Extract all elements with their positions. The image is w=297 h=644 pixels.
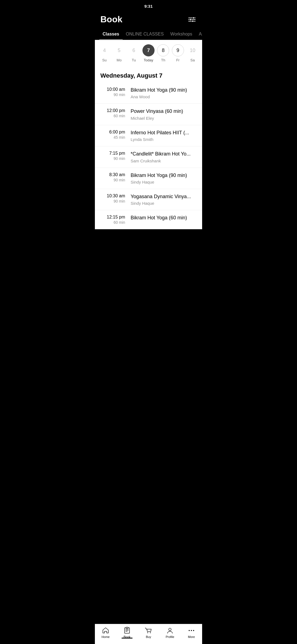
class-time-3: 7:15 pm 90 min <box>100 151 131 161</box>
class-item-5[interactable]: 10:30 am 90 min Yogasana Dynamic Vinya..… <box>95 189 202 210</box>
page-title: Book <box>100 14 122 24</box>
class-info-6: Bikram Hot Yoga (60 min) <box>131 215 197 222</box>
day-number-10: 10 <box>186 44 199 56</box>
class-item-1[interactable]: 12:00 pm 60 min Power Vinyasa (60 min) M… <box>95 104 202 125</box>
class-item-0[interactable]: 10:00 am 90 min Bikram Hot Yoga (90 min)… <box>95 83 202 104</box>
header: Book <box>95 12 202 29</box>
day-number-4: 4 <box>98 44 111 56</box>
day-number-9: 9 <box>172 44 184 56</box>
class-item-6[interactable]: 12:15 pm 60 min Bikram Hot Yoga (60 min) <box>95 210 202 229</box>
day-label-5: Mo <box>117 58 122 62</box>
class-list: 10:00 am 90 min Bikram Hot Yoga (90 min)… <box>95 83 202 229</box>
day-9[interactable]: 9 Fr <box>171 44 185 62</box>
calendar-days: 4 Su 5 Mo 6 Tu 7 Today 8 Th 9 Fr <box>97 44 200 62</box>
day-5[interactable]: 5 Mo <box>112 44 126 62</box>
class-info-0: Bikram Hot Yoga (90 min) Ana Wood <box>131 87 197 99</box>
filter-icon <box>188 17 196 22</box>
day-label-10: Sa <box>190 58 195 62</box>
nav-tabs: Classes ONLINE CLASSES Workshops Appoint… <box>95 29 202 40</box>
day-7-today[interactable]: 7 Today <box>142 44 155 62</box>
class-time-0: 10:00 am 90 min <box>100 87 131 97</box>
tab-classes[interactable]: Classes <box>99 29 123 40</box>
day-label-9: Fr <box>176 58 180 62</box>
class-time-1: 12:00 pm 60 min <box>100 108 131 118</box>
day-8[interactable]: 8 Th <box>156 44 170 62</box>
day-label-8: Th <box>161 58 165 62</box>
tab-workshops[interactable]: Workshops <box>167 29 196 40</box>
class-info-1: Power Vinyasa (60 min) Michael Eley <box>131 108 197 120</box>
status-bar: 9:31 <box>95 0 202 12</box>
day-number-8: 8 <box>157 44 169 56</box>
svg-point-1 <box>193 17 194 19</box>
class-time-5: 10:30 am 90 min <box>100 193 131 203</box>
day-4[interactable]: 4 Su <box>98 44 111 62</box>
filter-button[interactable] <box>187 16 197 23</box>
day-6[interactable]: 6 Tu <box>127 44 141 62</box>
class-time-2: 6:00 pm 45 min <box>100 130 131 140</box>
tab-online-classes[interactable]: ONLINE CLASSES <box>123 29 167 40</box>
day-label-6: Tu <box>132 58 136 62</box>
content-wrapper: 4 Su 5 Mo 6 Tu 7 Today 8 Th 9 Fr <box>95 40 202 251</box>
svg-point-5 <box>192 20 194 22</box>
class-info-5: Yogasana Dynamic Vinya... Sindy Haque <box>131 193 197 206</box>
class-item-3[interactable]: 7:15 pm 90 min *Candlelit* Bikram Hot Yo… <box>95 146 202 168</box>
day-label-4: Su <box>102 58 107 62</box>
class-time-6: 12:15 pm 60 min <box>100 215 131 225</box>
svg-point-3 <box>190 19 191 20</box>
day-label-today: Today <box>144 58 153 62</box>
status-time: 9:31 <box>144 4 153 9</box>
class-info-4: Bikram Hot Yoga (90 min) Sindy Haque <box>131 172 197 184</box>
class-info-2: Inferno Hot Pilates HIIT (... Lynda Smit… <box>131 130 197 142</box>
day-number-5: 5 <box>113 44 125 56</box>
day-number-6: 6 <box>128 44 140 56</box>
class-item-4[interactable]: 8:30 am 90 min Bikram Hot Yoga (90 min) … <box>95 168 202 189</box>
date-heading: Wednesday, August 7 <box>95 67 202 83</box>
main-content: Wednesday, August 7 10:00 am 90 min Bikr… <box>95 67 202 229</box>
tab-appointments[interactable]: Appointments <box>196 29 202 40</box>
class-info-3: *Candlelit* Bikram Hot Yo... Sam Cruiksh… <box>131 151 197 163</box>
day-10[interactable]: 10 Sa <box>186 44 199 62</box>
day-number-7: 7 <box>142 44 155 56</box>
class-time-4: 8:30 am 90 min <box>100 172 131 182</box>
class-item-2[interactable]: 6:00 pm 45 min Inferno Hot Pilates HIIT … <box>95 125 202 146</box>
calendar-section: 4 Su 5 Mo 6 Tu 7 Today 8 Th 9 Fr <box>95 40 202 67</box>
